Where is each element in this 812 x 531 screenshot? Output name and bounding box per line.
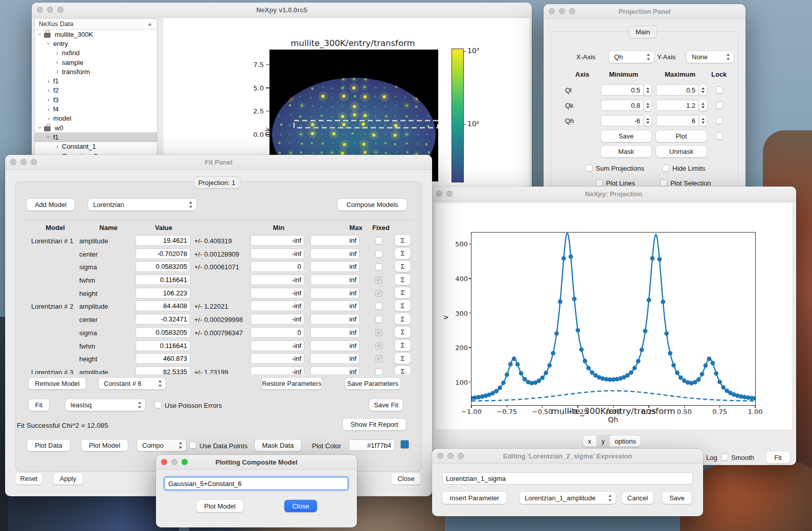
- tree-item-sample[interactable]: ›sample: [35, 58, 157, 67]
- mask-data-button[interactable]: Mask Data: [255, 440, 301, 451]
- tree-item-nxfind[interactable]: ›nxfind: [35, 49, 157, 58]
- expander-open-icon[interactable]: ›: [37, 31, 43, 37]
- max-field[interactable]: inf: [310, 314, 359, 325]
- zoom-button[interactable]: [57, 7, 63, 13]
- poisson-errors-checkbox[interactable]: [154, 401, 162, 408]
- expression-dialog-titlebar[interactable]: Editing 'Lorentzian_2_sigma' Expression: [432, 449, 703, 464]
- zoom-button[interactable]: [182, 459, 188, 465]
- max-field[interactable]: inf: [310, 288, 359, 298]
- qk-min-field[interactable]: 0.8: [601, 100, 644, 111]
- qh-min-stepper[interactable]: [644, 115, 651, 126]
- fixed-checkbox[interactable]: [375, 342, 382, 350]
- plot-model-button[interactable]: Plot Model: [196, 500, 243, 512]
- minimize-button[interactable]: [20, 159, 27, 165]
- expander-closed-icon[interactable]: ›: [54, 144, 60, 150]
- projection-window-titlebar[interactable]: NeXpy: Projection: [431, 187, 796, 201]
- x-tab[interactable]: x: [583, 435, 596, 447]
- expander-closed-icon[interactable]: ›: [54, 59, 60, 65]
- fixed-checkbox[interactable]: [375, 290, 382, 297]
- remove-model-select[interactable]: Constant # 6: [99, 378, 166, 389]
- minimize-button[interactable]: [559, 8, 565, 14]
- smooth-checkbox[interactable]: [721, 453, 728, 460]
- ql-max-field[interactable]: 0.5: [656, 84, 699, 96]
- tree-item-f3[interactable]: ›f3: [35, 95, 157, 104]
- fixed-checkbox[interactable]: [375, 276, 382, 284]
- ql-max-stepper[interactable]: [699, 84, 707, 96]
- model-select[interactable]: Lorentzian: [88, 199, 196, 211]
- sigma-button[interactable]: Σ: [395, 353, 411, 364]
- zoom-button[interactable]: [569, 8, 575, 14]
- sigma-button[interactable]: Σ: [395, 366, 411, 374]
- plot-model-button[interactable]: Plot Model: [81, 440, 128, 451]
- restore-parameters-button[interactable]: Restore Parameters: [261, 378, 322, 389]
- min-field[interactable]: -inf: [251, 340, 304, 351]
- sigma-button[interactable]: Σ: [395, 235, 411, 246]
- expander-closed-icon[interactable]: ›: [46, 87, 52, 94]
- tree-item-model[interactable]: ›model: [35, 114, 157, 123]
- x-axis-select[interactable]: Qh: [609, 51, 654, 63]
- expander-closed-icon[interactable]: ›: [54, 68, 60, 75]
- min-field[interactable]: -inf: [251, 274, 304, 285]
- add-model-button[interactable]: Add Model: [27, 199, 75, 211]
- min-field[interactable]: -inf: [251, 301, 304, 311]
- expander-open-icon[interactable]: ›: [46, 40, 52, 47]
- save-fit-button[interactable]: Save Fit: [369, 399, 403, 411]
- zoom-button[interactable]: [31, 159, 37, 165]
- zoom-button[interactable]: [458, 453, 464, 459]
- value-field[interactable]: -0.702078: [136, 248, 190, 259]
- sigma-button[interactable]: Σ: [395, 261, 411, 272]
- minimize-button[interactable]: [447, 453, 454, 459]
- value-field[interactable]: 0.0583205: [136, 327, 190, 338]
- fixed-checkbox[interactable]: [375, 263, 382, 270]
- max-field[interactable]: inf: [310, 340, 359, 351]
- fit-button[interactable]: Fit: [29, 399, 49, 411]
- composite-expression-input[interactable]: Gaussian_5+Constant_6: [165, 477, 348, 490]
- plot-button[interactable]: Plot: [656, 130, 707, 142]
- close-button[interactable]: Close: [284, 500, 317, 512]
- tree-item-mullite_300K[interactable]: ›mullite_300K: [35, 30, 157, 39]
- remove-model-button[interactable]: Remove Model: [29, 378, 86, 389]
- max-field[interactable]: inf: [310, 353, 359, 364]
- hide-limits-checkbox[interactable]: [662, 165, 669, 172]
- save-button[interactable]: Save: [601, 130, 651, 142]
- sigma-button[interactable]: Σ: [395, 340, 411, 351]
- min-field[interactable]: -inf: [251, 314, 304, 325]
- max-field[interactable]: inf: [310, 235, 359, 246]
- close-button[interactable]: [37, 7, 43, 13]
- expander-closed-icon[interactable]: ›: [46, 106, 52, 112]
- show-fit-report-button[interactable]: Show Fit Report: [343, 419, 406, 430]
- reset-button[interactable]: Reset: [15, 473, 42, 484]
- tree-item-f4[interactable]: ›f4: [35, 104, 157, 113]
- tree-item-f2[interactable]: ›f2: [35, 86, 157, 95]
- max-field[interactable]: inf: [310, 274, 359, 285]
- save-parameters-button[interactable]: Save Parameters: [345, 378, 400, 389]
- min-field[interactable]: -inf: [251, 288, 304, 298]
- min-field[interactable]: -inf: [251, 353, 304, 364]
- sigma-button[interactable]: Σ: [395, 313, 411, 325]
- value-field[interactable]: 19.4621: [136, 235, 190, 246]
- max-field[interactable]: inf: [310, 301, 359, 311]
- qh-max-stepper[interactable]: [699, 115, 707, 126]
- value-field[interactable]: 106.223: [136, 288, 190, 298]
- projection-panel-titlebar[interactable]: Projection Panel: [544, 4, 746, 19]
- minimize-button[interactable]: [446, 191, 453, 197]
- mask-button[interactable]: Mask: [601, 146, 651, 157]
- expression-input[interactable]: Lorentzian_1_sigma: [442, 472, 693, 484]
- close-button[interactable]: [549, 8, 555, 14]
- qh-min-field[interactable]: -6: [601, 115, 644, 126]
- y-axis-select[interactable]: None: [687, 51, 734, 63]
- composite-dialog-titlebar[interactable]: Plotting Composite Model: [156, 455, 357, 470]
- value-field[interactable]: 84.4408: [136, 301, 190, 311]
- min-field[interactable]: 0: [251, 327, 304, 338]
- y-tab[interactable]: y: [596, 435, 610, 447]
- tab-projection-1[interactable]: Projection: 1: [193, 176, 240, 189]
- close-button[interactable]: Close: [391, 473, 421, 484]
- plot-lines-checkbox[interactable]: [596, 179, 603, 187]
- close-button[interactable]: [161, 459, 167, 465]
- fixed-checkbox[interactable]: [375, 316, 382, 323]
- insert-parameter-button[interactable]: Insert Parameter: [442, 492, 507, 504]
- value-field[interactable]: 0.0583205: [136, 261, 190, 272]
- value-field[interactable]: 460.873: [136, 353, 190, 364]
- use-data-points-checkbox[interactable]: [189, 442, 196, 449]
- plot-selection-checkbox[interactable]: [660, 179, 667, 187]
